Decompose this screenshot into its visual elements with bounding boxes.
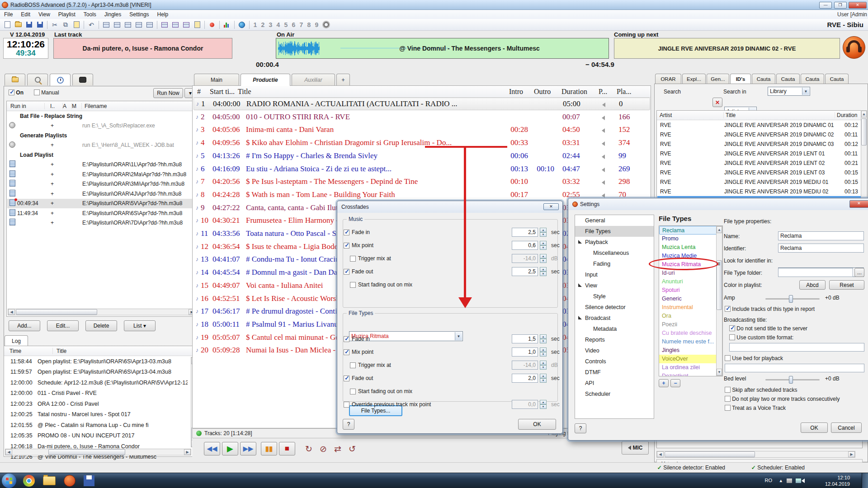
- ok-button[interactable]: OK: [518, 419, 556, 430]
- scheduler-group[interactable]: Bat File - Replace String: [7, 111, 196, 121]
- spinner-icon[interactable]: ▲▼: [540, 334, 547, 343]
- playlist-new-icon[interactable]: [192, 20, 202, 29]
- log-row[interactable]: 12:05:35PROMO 08 - UN NOU INCEPUT 2017: [5, 431, 188, 441]
- slider-thumb[interactable]: [789, 376, 793, 384]
- spinner-icon[interactable]: ▲▼: [540, 254, 547, 263]
- filetype-checkbox[interactable]: [344, 349, 349, 355]
- settings-tree-api[interactable]: API: [575, 378, 654, 389]
- playlist-row[interactable]: ♪204:05:00010 - OUTRO STIRI RRA - RVE00:…: [193, 111, 650, 123]
- jingle-button-9[interactable]: 9: [313, 21, 321, 28]
- filetype-checkbox[interactable]: [344, 375, 349, 381]
- scheduler-hscrollbar[interactable]: ◀ ▶: [8, 309, 196, 315]
- library-tab-ids-3[interactable]: ID's: [730, 74, 751, 84]
- filetype-dezactivat[interactable]: Dezactivat: [659, 372, 722, 376]
- help-button[interactable]: ?: [343, 419, 354, 430]
- scheduler-row[interactable]: +E:\Playlisturi\ORAR\2Ma\Apr?dd-?hh.m3u8: [7, 169, 196, 179]
- log-hscrollbar[interactable]: ◀ ▶: [5, 449, 191, 455]
- spinner-icon[interactable]: ▲▼: [540, 374, 547, 383]
- menu-help[interactable]: Help: [153, 10, 173, 19]
- jingle-button-5[interactable]: 5: [282, 21, 290, 28]
- scroll-left-arrow[interactable]: ◀: [5, 449, 12, 455]
- slider-thumb[interactable]: [789, 295, 793, 303]
- filetype-checkbox[interactable]: [344, 402, 349, 408]
- scroll-right-arrow[interactable]: ▶: [184, 449, 191, 455]
- music-value[interactable]: 2,5: [512, 228, 538, 237]
- library-row[interactable]: RVEJINGLE RVE ANIVERSAR 2019 MEDIU 0200:…: [657, 187, 862, 196]
- menu-view[interactable]: View: [34, 10, 54, 19]
- menu-playlist[interactable]: Playlist: [54, 10, 80, 19]
- settings-tree-miscellaneous[interactable]: Miscellaneous: [575, 248, 654, 258]
- help-button[interactable]: ?: [575, 423, 586, 433]
- filetype-voiceover[interactable]: VoiceOver: [659, 355, 722, 363]
- library-vscrollbar[interactable]: ▲: [861, 110, 867, 210]
- scroll-up-arrow[interactable]: ▲: [717, 226, 722, 233]
- filetypes-vscrollbar[interactable]: ▲ ≡ ▼: [716, 226, 722, 376]
- filetype-poezii[interactable]: Poezii: [659, 320, 722, 329]
- save-as-icon[interactable]: [35, 20, 45, 29]
- scheduler-row[interactable]: +run E:\_\A_Softs\Replacer.exe: [7, 121, 196, 131]
- title-bar[interactable]: RadioBOSS Advanced (5.7.2.0) - Apr13-04.…: [0, 0, 868, 10]
- stop-button[interactable]: ■: [279, 442, 295, 455]
- jingle-button-3[interactable]: 3: [267, 21, 274, 28]
- music-checkbox[interactable]: [350, 282, 356, 288]
- filetype-la-ordinea-zilei[interactable]: La ordinea zilei: [659, 363, 722, 372]
- amp-slider[interactable]: [765, 298, 820, 300]
- filetype-checkbox[interactable]: [344, 336, 349, 342]
- next-button[interactable]: ▶▶: [240, 442, 256, 455]
- library-row[interactable]: RVEJINGLE RVE ANIVERSAR 2019 DINAMIC 030…: [657, 139, 862, 149]
- scheduler-row[interactable]: +E:\Playlisturi\ORAR\4J\Apr?dd-?hh.m3u8: [7, 189, 196, 199]
- tab-scheduler[interactable]: ​: [50, 74, 71, 86]
- two-or-more-checkbox[interactable]: [725, 396, 731, 402]
- settings-tree-general[interactable]: General: [575, 215, 654, 226]
- log-col-time[interactable]: Time: [4, 348, 53, 354]
- chart-icon[interactable]: [222, 20, 232, 29]
- filetype-reclama[interactable]: Reclama: [659, 226, 722, 235]
- log-row[interactable]: 12:00:00Schedule: Apr12-12.m3u8 (E:\Play…: [5, 377, 188, 388]
- on-air-box[interactable]: @ Vine Domnul - The Messengers - Multume…: [276, 38, 609, 59]
- save-icon[interactable]: [24, 20, 34, 29]
- scroll-up-arrow[interactable]: ▲: [861, 111, 867, 117]
- identifier-field[interactable]: Reclama: [778, 244, 864, 253]
- dialog-close-button[interactable]: ✕: [849, 200, 868, 208]
- scheduler-group[interactable]: Load Playlist: [7, 150, 196, 160]
- music-value[interactable]: 0,6: [512, 241, 538, 250]
- scroll-thumb[interactable]: [665, 451, 755, 457]
- taskbar-clock[interactable]: 12:10 12.04.2019: [825, 474, 850, 487]
- cancel-button[interactable]: Cancel: [831, 422, 862, 433]
- settings-tree-style[interactable]: Style: [575, 291, 654, 302]
- skip-scheduled-checkbox[interactable]: [725, 387, 731, 393]
- scroll-thumb[interactable]: [861, 118, 867, 145]
- playlist-row[interactable]: ♪604:16:09Eu stiu - Adriana Stoica - Zi …: [193, 163, 650, 175]
- library-row[interactable]: RVEJINGLE RVE ANIVERSAR 2019 LENT 0300:1…: [657, 168, 862, 177]
- library-row[interactable]: RVEJINGLE RVE ANIVERSAR 2019 DINAMIC 010…: [657, 120, 862, 130]
- add-filetype-button[interactable]: +: [659, 379, 669, 387]
- gear-icon[interactable]: [321, 20, 331, 29]
- tab-add-button[interactable]: +: [336, 74, 350, 85]
- use-bed-checkbox[interactable]: [725, 355, 731, 361]
- col-start[interactable]: Start ti...: [210, 88, 238, 96]
- col-intro[interactable]: Intro: [509, 88, 523, 96]
- block-icon[interactable]: ⊘: [316, 444, 330, 454]
- chrome-icon[interactable]: [23, 475, 35, 487]
- include-report-checkbox[interactable]: [725, 306, 731, 312]
- bed-file-field[interactable]: [725, 364, 864, 372]
- menu-edit[interactable]: Edit: [17, 10, 34, 19]
- play-button[interactable]: ▶: [222, 442, 238, 455]
- pause-button[interactable]: ▮▮: [261, 442, 277, 455]
- scroll-thumb[interactable]: [16, 309, 97, 315]
- filetype-ora[interactable]: Ora: [659, 312, 722, 320]
- open-folder-icon[interactable]: [13, 20, 23, 29]
- undo-icon[interactable]: ↶: [86, 20, 96, 29]
- settings-tree-view[interactable]: View: [575, 280, 654, 291]
- record-icon[interactable]: [207, 20, 217, 29]
- add-button[interactable]: Add...: [9, 320, 40, 331]
- jingle-button-4[interactable]: 4: [274, 21, 282, 28]
- headphones-icon[interactable]: [843, 36, 865, 59]
- col-run-in[interactable]: Run in: [7, 103, 45, 109]
- radioboss-taskbar-icon[interactable]: [64, 475, 75, 487]
- menu-file[interactable]: File: [0, 10, 17, 19]
- playlist-add-icon[interactable]: [160, 20, 170, 29]
- manual-checkbox[interactable]: [34, 89, 40, 95]
- settings-title-bar[interactable]: Settings ✕: [568, 198, 868, 210]
- scheduler-row[interactable]: +E:\Playlisturi\ORAR\1L\Apr?dd-?hh.m3u8: [7, 160, 196, 170]
